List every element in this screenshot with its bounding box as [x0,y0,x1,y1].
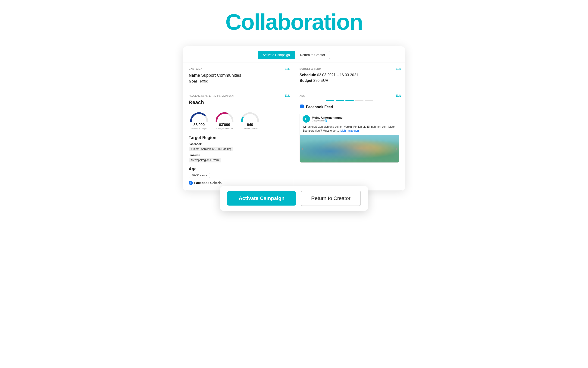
campaign-goal-row: Goal Traffic [189,79,288,83]
region-facebook-tag: Luzern, Schweiz (20 km Radius) [189,147,233,151]
ad-image [300,135,399,162]
campaign-edit-link[interactable]: Edit [285,67,290,70]
bottom-buttons-container: Activate Campaign Return to Creator [183,186,405,211]
gauge-linkedin-value: 940 [247,123,253,127]
gauge-facebook-svg [189,110,210,122]
bottom-card: Activate Campaign Return to Creator [220,186,368,211]
facebook-icon: f [189,181,193,185]
ad-org-name: Meine Unternehmung [312,116,342,119]
campaign-panel: CAMPAIGN Edit Name Support Communities G… [183,63,294,90]
region-linkedin-label: LinkedIn [189,154,288,157]
campaign-panel-label: CAMPAIGN [189,68,288,70]
campaign-goal-label: Goal [189,79,197,83]
gauge-facebook: 83'000 Facebook People [189,110,210,130]
gauge-linkedin: 940 LinkedIn People [240,110,260,130]
ad-nav-next-button[interactable]: › [394,144,399,153]
activate-campaign-button-bottom[interactable]: Activate Campaign [227,191,296,206]
region-linkedin-tag: Metropolregion Luzern [189,158,221,162]
main-card: Activate Campaign Return to Creator CAMP… [183,46,405,191]
fb-feed-title-text: Facebook Feed [306,105,333,109]
age-tag: 30–50 years [189,173,210,178]
budget-value: 280 EUR [313,79,328,83]
budget-row: Budget 280 EUR [299,79,399,83]
globe-icon: 🌐 [324,119,327,122]
top-buttons-bar: Activate Campaign Return to Creator [183,46,405,63]
ad-org-info: C Meine Unternehmung Gesponsert 🌐 [303,115,342,123]
ad-tab-1[interactable] [326,100,334,101]
gauge-instagram-label: Instagram People [216,128,233,130]
budget-schedule-row: Schedule 03.03.2021 – 16.03.2021 [299,73,399,77]
gauge-instagram-value: 63'000 [219,123,230,127]
ad-text: Wir unterstützen dich und deinen Verein:… [300,125,399,135]
gauge-facebook-value: 83'000 [193,123,205,127]
ad-card: C Meine Unternehmung Gesponsert 🌐 ··· Wi… [299,113,399,163]
budget-panel: BUDGET & TERM Edit Schedule 03.03.2021 –… [294,63,405,90]
campaign-goal-value: Traffic [198,79,208,83]
activate-campaign-button-top[interactable]: Activate Campaign [258,51,295,59]
ads-panel: ADS Edit f Facebook Feed C Me [294,90,405,191]
gauge-instagram: 63'000 Instagram People [214,110,235,130]
return-to-creator-button-top[interactable]: Return to Creator [295,51,330,59]
fb-criteria-label: Facebook Criteria [194,181,221,185]
reach-edit-link[interactable]: Edit [285,94,290,97]
ad-sponsored-text: Gesponsert 🌐 [312,119,342,122]
ad-tabs [299,100,399,101]
budget-edit-link[interactable]: Edit [396,67,401,70]
gauge-instagram-svg [214,110,235,122]
campaign-name-row: Name Support Communities [189,73,288,78]
schedule-label: Schedule [299,73,316,77]
ad-tab-2[interactable] [336,100,344,101]
reach-panel: ALLGEMEIN: ALTER 30-50, DEUTSCH Edit Rea… [183,90,294,191]
ads-panel-label: ADS [299,94,399,97]
ad-org-avatar: C [303,115,310,123]
ad-image-container: ‹ › [300,135,399,162]
gauge-facebook-label: Facebook People [191,128,207,130]
ads-edit-link[interactable]: Edit [396,94,401,97]
gauge-linkedin-label: LinkedIn People [243,128,258,130]
ad-tab-3[interactable] [345,100,354,101]
budget-label: Budget [299,79,312,83]
content-grid: CAMPAIGN Edit Name Support Communities G… [183,63,405,191]
page-title: Collaboration [226,9,363,35]
region-facebook-label: Facebook [189,143,288,146]
svg-text:f: f [301,105,303,108]
age-title: Age [189,167,288,172]
ad-org-details: Meine Unternehmung Gesponsert 🌐 [312,116,342,122]
campaign-name-label: Name [189,73,200,78]
ad-tab-4[interactable] [355,100,363,101]
target-region-title: Target Region [189,135,288,140]
allgemein-label: ALLGEMEIN: ALTER 30-50, DEUTSCH [189,94,288,97]
facebook-feed-icon: f [299,104,304,110]
ad-card-header: C Meine Unternehmung Gesponsert 🌐 ··· [300,113,399,125]
budget-panel-label: BUDGET & TERM [299,68,399,70]
campaign-name-value-text: Support Communities [201,73,241,78]
schedule-value: 03.03.2021 – 16.03.2021 [317,73,358,77]
gauges-row: 83'000 Facebook People 63'000 Instagram … [189,110,288,130]
fb-criteria-row: f Facebook Criteria [189,181,288,185]
reach-title: Reach [189,99,288,105]
fb-feed-title: f Facebook Feed [299,104,399,110]
ad-nav-prev-button[interactable]: ‹ [300,144,305,153]
ad-image-people [300,135,399,162]
ad-more-button[interactable]: ··· [393,117,396,121]
gauge-linkedin-svg [240,110,260,122]
mehr-anzeigen-link[interactable]: Mehr anzeigen [340,129,359,132]
ad-tab-5[interactable] [365,100,373,101]
return-to-creator-button-bottom[interactable]: Return to Creator [301,191,361,206]
